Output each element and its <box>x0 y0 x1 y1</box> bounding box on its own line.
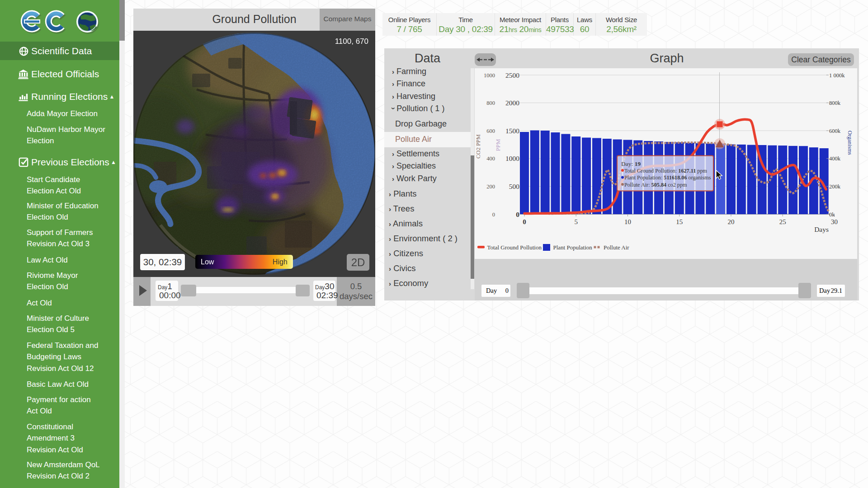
svg-text:Day: 19: Day: 19 <box>621 160 641 167</box>
svg-text:0: 0 <box>516 211 519 218</box>
svg-text:CO2 PPM: CO2 PPM <box>475 134 481 159</box>
svg-text:Pollute Air: 505.84 co2 ppm: Pollute Air: 505.84 co2 ppm <box>624 182 687 188</box>
svg-text:800: 800 <box>486 100 495 106</box>
svg-text:200: 200 <box>486 183 495 190</box>
svg-text:600k: 600k <box>829 128 841 134</box>
svg-text:Day: Day <box>486 287 497 294</box>
svg-text:Total Ground Pollution: Total Ground Pollution <box>487 244 542 251</box>
svg-text:10: 10 <box>624 218 631 225</box>
svg-text:600: 600 <box>486 128 495 134</box>
svg-text:Plant Population: 511618.06 or: Plant Population: 511618.06 organisms <box>624 174 711 181</box>
svg-text:PPM: PPM <box>495 139 501 151</box>
svg-text:0: 0 <box>492 211 495 218</box>
svg-text:200k: 200k <box>829 183 841 190</box>
svg-text:Total Ground Pollution: 1627.1: Total Ground Pollution: 1627.11 ppm <box>624 168 708 174</box>
svg-text:29.1: 29.1 <box>831 287 842 294</box>
svg-text:0k: 0k <box>829 211 835 218</box>
svg-text:Pollute Air: Pollute Air <box>604 244 629 251</box>
svg-text:25: 25 <box>779 218 786 225</box>
svg-text:2500: 2500 <box>505 71 519 79</box>
svg-text:1500: 1500 <box>505 127 519 135</box>
svg-text:400: 400 <box>486 155 495 162</box>
svg-text:500: 500 <box>509 183 520 190</box>
svg-text:1 000k: 1 000k <box>829 72 845 79</box>
svg-text:0: 0 <box>523 218 526 225</box>
svg-text:Days: Days <box>814 225 829 233</box>
svg-text:800k: 800k <box>829 100 841 106</box>
svg-text:1000: 1000 <box>505 155 519 162</box>
svg-text:30: 30 <box>831 218 838 225</box>
svg-text:5: 5 <box>574 218 578 225</box>
svg-text:Day: Day <box>819 287 830 294</box>
svg-text:1000: 1000 <box>484 72 495 79</box>
svg-text:2000: 2000 <box>505 99 519 107</box>
svg-text:Organisms: Organisms <box>847 131 853 155</box>
svg-text:20: 20 <box>728 218 735 225</box>
svg-text:400k: 400k <box>829 155 841 162</box>
svg-text:0: 0 <box>505 287 509 294</box>
svg-text:15: 15 <box>676 218 683 225</box>
svg-text:Plant Population: Plant Population <box>553 244 593 251</box>
